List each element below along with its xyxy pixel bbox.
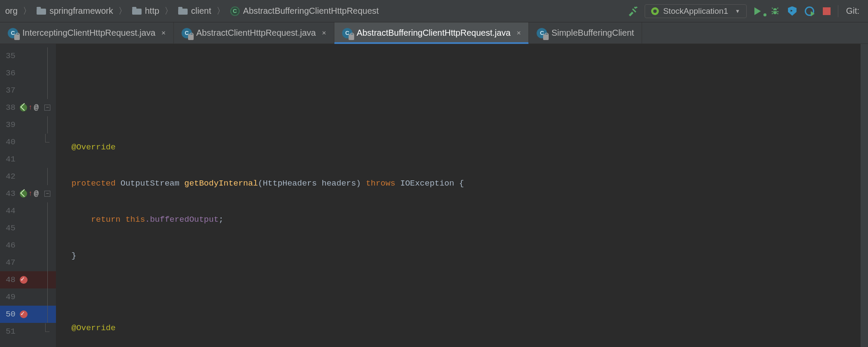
code-line: return this.bufferedOutput;: [56, 211, 860, 228]
editor-tab-bar: C InterceptingClientHttpRequest.java × C…: [0, 22, 868, 44]
gutter[interactable]: 35 36 37 38↑@− 39 40 41 42 43↑@− 44 45 4…: [0, 44, 56, 347]
run-config-selector[interactable]: StockApplication1 ▼: [645, 4, 747, 18]
line-number: 35: [0, 51, 18, 61]
line-number: 49: [0, 292, 18, 302]
spring-icon: [651, 7, 659, 15]
breakpoint-icon[interactable]: [20, 310, 28, 318]
breakpoint-icon[interactable]: [20, 276, 28, 284]
breadcrumb-http[interactable]: http: [130, 4, 162, 18]
breadcrumb-label: AbstractBufferingClientHttpRequest: [243, 6, 379, 16]
line-number: 41: [0, 155, 18, 164]
lock-icon: [188, 34, 194, 40]
folder-icon: [178, 7, 188, 15]
code-editor[interactable]: @Override protected OutputStream getBody…: [56, 44, 860, 347]
breadcrumb-springframework[interactable]: springframework: [34, 4, 116, 18]
error-stripe[interactable]: [860, 44, 868, 347]
line-number: 47: [0, 258, 18, 267]
lock-icon: [14, 34, 20, 40]
tab-label: SimpleBufferingClient: [551, 28, 634, 38]
tab-intercepting[interactable]: C InterceptingClientHttpRequest.java ×: [0, 22, 174, 43]
line-number: 44: [0, 206, 18, 216]
folder-icon: [132, 7, 142, 15]
breadcrumb-label: http: [145, 6, 159, 16]
chevron-right-icon: 〉: [215, 5, 227, 17]
debug-button[interactable]: [769, 5, 781, 17]
code-line: }: [56, 247, 860, 264]
stop-button[interactable]: [821, 5, 833, 17]
tab-simple-buffering[interactable]: C SimpleBufferingClient: [529, 22, 642, 43]
build-button[interactable]: [627, 5, 639, 17]
line-number: 43: [0, 189, 18, 198]
line-number: 37: [0, 86, 18, 95]
at-icon: @: [34, 189, 39, 198]
hammer-icon: [628, 6, 639, 17]
coverage-button[interactable]: [786, 5, 798, 17]
class-icon: C: [342, 28, 352, 38]
stop-icon: [823, 7, 831, 15]
class-icon: C: [182, 28, 192, 38]
chevron-down-icon: ▼: [735, 8, 740, 14]
folder-icon: [37, 7, 46, 15]
line-number: 51: [0, 327, 18, 336]
tab-label: AbstractBufferingClientHttpRequest.java: [357, 28, 511, 38]
class-icon: C: [230, 6, 240, 16]
class-icon: C: [537, 28, 547, 38]
profiler-icon: [805, 6, 814, 16]
breadcrumb-label: springframework: [49, 6, 113, 16]
close-icon[interactable]: ×: [322, 29, 326, 37]
tab-label: AbstractClientHttpRequest.java: [196, 28, 316, 38]
code-line: @Override: [56, 319, 860, 337]
git-label[interactable]: Git:: [843, 6, 862, 16]
line-number: 36: [0, 68, 18, 78]
breadcrumb-class[interactable]: C AbstractBufferingClientHttpRequest: [228, 4, 381, 18]
code-line: [56, 283, 860, 301]
tab-abstract-client-http[interactable]: C AbstractClientHttpRequest.java ×: [174, 22, 334, 43]
toolbar-right: StockApplication1 ▼ Git:: [627, 4, 865, 18]
fold-toggle[interactable]: −: [44, 105, 50, 111]
run-config-name: StockApplication1: [663, 6, 728, 16]
lock-icon: [543, 34, 549, 40]
navigation-bar: org 〉 springframework 〉 http 〉 client 〉 …: [0, 0, 868, 22]
breadcrumb-label: org: [5, 6, 18, 16]
line-number: 48: [0, 275, 18, 285]
bug-icon: [770, 6, 780, 16]
chevron-right-icon: 〉: [21, 5, 33, 17]
override-gutter-icon[interactable]: [20, 104, 27, 112]
class-icon: C: [8, 28, 18, 38]
separator: [838, 5, 838, 17]
up-arrow-icon: ↑: [28, 190, 33, 198]
lock-icon: [349, 34, 354, 40]
line-number: 45: [0, 223, 18, 233]
profiler-button[interactable]: [803, 5, 815, 17]
code-line: protected OutputStream getBodyInternal(H…: [56, 175, 860, 192]
breadcrumbs: org 〉 springframework 〉 http 〉 client 〉 …: [3, 4, 627, 18]
close-icon[interactable]: ×: [161, 29, 166, 37]
line-number: 40: [0, 137, 18, 147]
run-button[interactable]: [752, 5, 764, 17]
at-icon: @: [34, 103, 39, 112]
line-number: 50: [0, 310, 18, 319]
close-icon[interactable]: ×: [516, 29, 521, 37]
line-number: 38: [0, 103, 18, 112]
breadcrumb-client[interactable]: client: [176, 4, 214, 18]
code-line: [56, 102, 860, 120]
breadcrumb-label: client: [191, 6, 211, 16]
code-line: @Override: [56, 139, 860, 156]
up-arrow-icon: ↑: [28, 104, 33, 112]
code-line: [56, 66, 860, 84]
line-number: 46: [0, 241, 18, 250]
tab-abstract-buffering[interactable]: C AbstractBufferingClientHttpRequest.jav…: [334, 22, 529, 43]
shield-icon: [788, 6, 797, 16]
fold-toggle[interactable]: −: [44, 191, 50, 197]
editor-area: 35 36 37 38↑@− 39 40 41 42 43↑@− 44 45 4…: [0, 44, 868, 347]
breadcrumb-org[interactable]: org: [3, 4, 20, 18]
run-icon: [754, 7, 761, 15]
line-number: 42: [0, 172, 18, 181]
override-gutter-icon[interactable]: [20, 190, 27, 198]
chevron-right-icon: 〉: [163, 5, 175, 17]
line-number: 39: [0, 120, 18, 130]
chevron-right-icon: 〉: [117, 5, 129, 17]
tab-label: InterceptingClientHttpRequest.java: [22, 28, 155, 38]
